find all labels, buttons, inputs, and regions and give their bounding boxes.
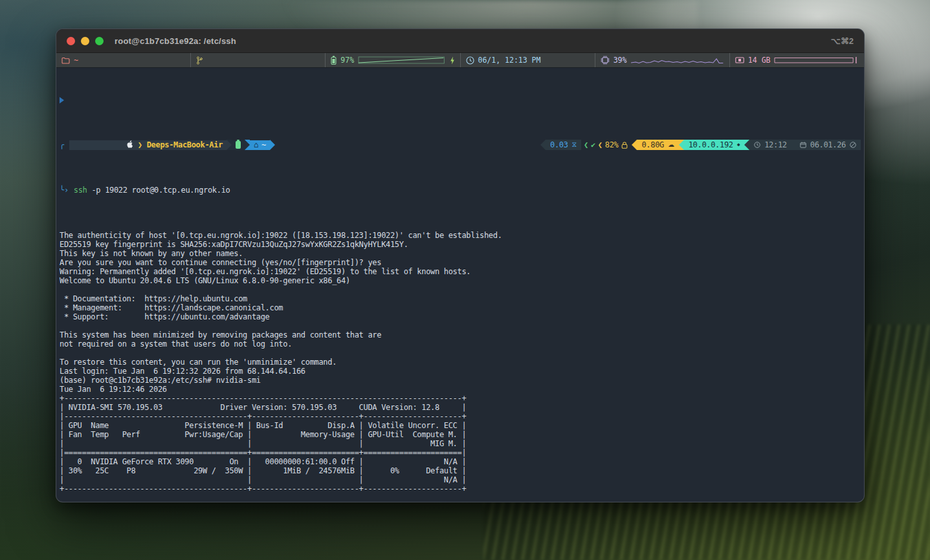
zoom-button[interactable]	[95, 37, 104, 45]
clock-icon	[754, 142, 760, 148]
battery-segment-left	[232, 140, 245, 150]
cpu-icon	[601, 56, 610, 65]
ram-label: 14 GB	[748, 56, 771, 65]
command-name: ssh	[74, 186, 87, 195]
terminal-line: * Support: https://ubuntu.com/advantage	[60, 312, 861, 321]
ram-segment: 0.80G ☁	[637, 140, 678, 150]
close-button[interactable]	[67, 37, 75, 45]
home-icon: ⌂	[254, 140, 258, 149]
host-separator: ❯	[137, 140, 144, 149]
calendar-icon	[800, 142, 806, 148]
clock-label: 06/1, 12:13 PM	[478, 56, 541, 65]
terminal-line: To restore this content, you can run the…	[60, 358, 861, 367]
terminal-line: |=======================================…	[60, 448, 861, 457]
window-shortcut: ⌥⌘2	[831, 36, 854, 46]
powerline-arrow	[679, 140, 684, 150]
ram-value: 0.80G	[641, 140, 664, 149]
powerline-arrow	[270, 140, 275, 150]
prompt-separator: ❮	[581, 140, 591, 149]
prompt-line-2: ╰› ssh -p 19022 root@0.tcp.eu.ngrok.io	[60, 186, 861, 195]
date-value: 06.01.26	[810, 140, 846, 149]
apple-icon	[73, 131, 133, 159]
load-value: 0.03	[550, 140, 568, 149]
powerline-arrow	[245, 140, 250, 150]
terminal-line: | Fan Temp Perf Pwr:Usage/Cap | Memory-U…	[60, 430, 861, 439]
left-prompt: ❯ Deeps-MacBook-Air ⌂ ~	[69, 140, 275, 150]
terminal-line: ED25519 key fingerprint is SHA256:xaDpI7…	[60, 240, 861, 249]
host-segment: ❯ Deeps-MacBook-Air	[69, 140, 227, 150]
lock-icon	[621, 142, 628, 149]
statusbar-git-group[interactable]	[190, 53, 325, 67]
minimize-button[interactable]	[81, 37, 89, 45]
statusbar-ram-group[interactable]: 14 GB	[729, 53, 864, 67]
time-date-segment: 12:12 06.01.26	[749, 140, 861, 150]
terminal-line: Warning: Permanently added '[0.tcp.eu.ng…	[60, 267, 861, 276]
terminal-line: * Documentation: https://help.ubuntu.com	[60, 294, 861, 303]
folder-icon	[61, 57, 70, 64]
battery-sparkline	[358, 56, 445, 65]
cpu-percent: 39%	[614, 56, 627, 65]
powerline-arrow	[540, 140, 546, 150]
terminal-line	[60, 285, 861, 294]
git-branch-icon	[196, 56, 203, 65]
titlebar[interactable]: root@c1b7cb31e92a: /etc/ssh ⌥⌘2	[56, 29, 864, 53]
traffic-lights	[67, 37, 104, 45]
terminal-line: The authenticity of host '[0.tcp.eu.ngro…	[60, 231, 861, 240]
statusbar: ~ 97% 06/1, 12:13 PM	[56, 53, 864, 68]
timer-icon	[850, 142, 856, 148]
powerline-arrow	[744, 140, 749, 150]
terminal-line: (base) root@c1b7cb31e92a:/etc/ssh# nvidi…	[60, 376, 861, 385]
terminal-line: | GPU Name Persistence-M | Bus-Id Disp.A…	[60, 421, 861, 430]
terminal-line: * Management: https://landscape.canonica…	[60, 303, 861, 312]
statusbar-cpu-group[interactable]: 39%	[595, 53, 729, 67]
terminal-line: Tue Jan 6 19:12:46 2026	[60, 385, 861, 394]
statusbar-cwd-group[interactable]: ~	[56, 53, 190, 67]
ip-value: 10.0.0.192	[689, 140, 733, 149]
charging-bolt-icon	[450, 56, 455, 65]
ip-segment: 10.0.0.192 ◆	[684, 140, 745, 150]
pane-marker-row	[60, 95, 861, 104]
hostname-label: Deeps-MacBook-Air	[147, 140, 223, 149]
hourglass-icon: ⧖	[572, 140, 577, 149]
clock-icon	[466, 56, 474, 65]
status-ok-icon: ✔	[591, 140, 595, 149]
prompt-bracket-top: ╭	[60, 140, 64, 149]
statusbar-clock-group[interactable]: 06/1, 12:13 PM	[460, 53, 595, 67]
ram-sparkline	[774, 56, 859, 65]
terminal-line: Are you sure you want to continue connec…	[60, 258, 861, 267]
window-title: root@c1b7cb31e92a: /etc/ssh	[115, 36, 236, 46]
terminal-output: The authenticity of host '[0.tcp.eu.ngro…	[60, 231, 861, 502]
battery-percent-value: 82%	[605, 140, 619, 149]
terminal-line	[60, 349, 861, 358]
terminal-line: Welcome to Ubuntu 20.04.6 LTS (GNU/Linux…	[60, 276, 861, 285]
terminal-line	[60, 493, 861, 502]
prompt-bracket-bottom: ╰›	[60, 186, 69, 195]
powerline-arrow	[227, 140, 232, 150]
prompt-line-1: ╭ ❯ Deeps-MacBook-Air ⌂ ~	[60, 140, 861, 149]
terminal-window: root@c1b7cb31e92a: /etc/ssh ⌥⌘2 ~ 97%	[56, 28, 865, 502]
command-args: -p 19022 root@0.tcp.eu.ngrok.io	[87, 186, 230, 195]
battery-percent: 97%	[340, 56, 354, 65]
terminal-content[interactable]: ╭ ❯ Deeps-MacBook-Air ⌂ ~	[56, 68, 864, 502]
terminal-line: | NVIDIA-SMI 570.195.03 Driver Version: …	[60, 403, 861, 412]
time-value: 12:12	[764, 140, 787, 149]
cloud-icon: ☁	[668, 140, 674, 149]
terminal-line: not required on a system that users do n…	[60, 339, 861, 349]
terminal-line: | 30% 25C P8 29W / 350W | 1MiB / 24576Mi…	[60, 466, 861, 475]
cpu-sparkline	[630, 56, 724, 65]
load-segment: 0.03 ⧖	[546, 140, 581, 150]
terminal-line: This key is not known by any other names…	[60, 249, 861, 258]
terminal-line: Last login: Tue Jan 6 19:12:32 2026 from…	[60, 367, 861, 376]
cwd-segment: ⌂ ~	[250, 140, 270, 150]
right-prompt: 0.03 ⧖ ❮ ✔ ❮ 82% 0.80G ☁ 10.0.0.192	[540, 140, 861, 150]
statusbar-battery-group[interactable]: 97%	[325, 53, 459, 67]
cwd-label: ~	[261, 140, 266, 149]
terminal-line: |---------------------------------------…	[60, 412, 861, 421]
terminal-line	[60, 321, 861, 330]
prompt-separator: ❮	[595, 140, 605, 149]
ram-icon	[735, 56, 744, 64]
battery-icon	[236, 141, 241, 149]
terminal-line: +---------------------------------------…	[60, 394, 861, 403]
terminal-line: +---------------------------------------…	[60, 484, 861, 493]
terminal-line: This system has been minimized by removi…	[60, 330, 861, 339]
